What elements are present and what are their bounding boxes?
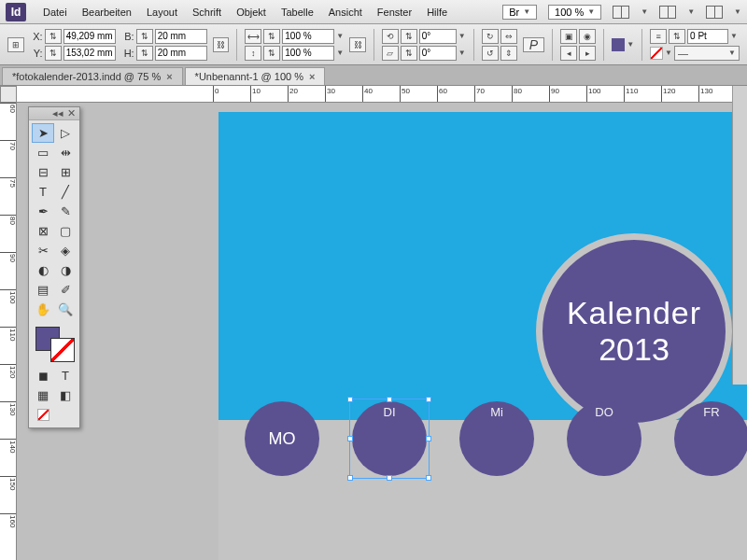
day-circle-do[interactable]: DO xyxy=(567,401,641,476)
control-bar: ⊞ X:⇅ Y:⇅ B:⇅ H:⇅ ⛓ ⟷⇅▼ ↕⇅▼ ⛓ ⟲⇅▼ ▱⇅▼ ↻⇔… xyxy=(0,24,747,65)
canvas[interactable]: Kalender 2013 MODIMiDOFR xyxy=(17,103,747,560)
type-tool[interactable]: T xyxy=(32,182,54,202)
menu-bearbeiten[interactable]: Bearbeiten xyxy=(75,4,139,21)
rotate-ccw-icon[interactable]: ↺ xyxy=(482,46,499,61)
toolbox: ◂◂✕ ➤ ▷ ▭ ⇹ ⊟ ⊞ T ╱ ✒ ✎ ⊠ ▢ ✂ ◈ ◐ ◑ ▤ ✐ … xyxy=(28,106,80,428)
rectangle-tool[interactable]: ▢ xyxy=(54,221,77,241)
panel-dock[interactable] xyxy=(732,86,747,385)
y-field[interactable] xyxy=(63,46,116,61)
toolbox-header[interactable]: ◂◂✕ xyxy=(29,107,79,120)
apply-none-icon[interactable] xyxy=(32,405,54,425)
workspace: 0102030405060708090100110120130140 60707… xyxy=(0,86,747,560)
shear-field[interactable] xyxy=(419,46,457,61)
gradient-feather-tool[interactable]: ◑ xyxy=(54,260,77,280)
apply-gradient-icon[interactable]: ◧ xyxy=(54,385,77,405)
day-circle-mo[interactable]: MO xyxy=(245,401,319,476)
eyedropper-tool[interactable]: ✐ xyxy=(54,280,77,300)
document-tab[interactable]: *Unbenannt-1 @ 100 %× xyxy=(185,67,326,85)
stroke-weight-field[interactable] xyxy=(687,29,728,44)
title-line2: 2013 xyxy=(599,331,669,368)
day-circle-mi[interactable]: Mi xyxy=(459,401,534,476)
page: Kalender 2013 MODIMiDOFR xyxy=(218,112,747,560)
stroke-weight-icon: ≡ xyxy=(650,29,667,44)
line-tool[interactable]: ╱ xyxy=(54,182,77,202)
stepper-icon[interactable]: ⇅ xyxy=(45,46,62,61)
constrain-icon[interactable]: ⛓ xyxy=(213,37,230,52)
stepper-icon[interactable]: ⇅ xyxy=(136,46,153,61)
app-logo: Id xyxy=(6,3,26,21)
apply-text-icon[interactable]: T xyxy=(54,366,77,385)
day-circle-di[interactable]: DI xyxy=(352,401,427,476)
free-transform-tool[interactable]: ◈ xyxy=(54,241,77,260)
menu-tabelle[interactable]: Tabelle xyxy=(274,4,321,21)
stroke-proxy[interactable] xyxy=(50,338,75,362)
select-prev-icon[interactable]: ◂ xyxy=(560,46,577,61)
document-tab[interactable]: *fotokalender-2013.indd @ 75 %× xyxy=(2,67,183,85)
bridge-button[interactable]: Br▼ xyxy=(502,5,537,20)
scale-y-icon: ↕ xyxy=(245,46,261,61)
menu-schrift[interactable]: Schrift xyxy=(185,4,229,21)
flip-v-icon[interactable]: ⇕ xyxy=(500,46,517,61)
direct-selection-tool[interactable]: ▷ xyxy=(54,123,77,143)
menu-layout[interactable]: Layout xyxy=(139,4,185,21)
stroke-swatch[interactable] xyxy=(650,47,663,60)
menu-ansicht[interactable]: Ansicht xyxy=(321,4,370,21)
document-tabs: *fotokalender-2013.indd @ 75 %×*Unbenann… xyxy=(0,65,747,86)
screen-mode-icon[interactable] xyxy=(659,6,676,19)
view-options-icon[interactable] xyxy=(613,6,629,19)
reference-point-icon[interactable]: ⊞ xyxy=(7,37,24,52)
h-field[interactable] xyxy=(155,46,207,61)
hand-tool[interactable]: ✋ xyxy=(32,300,54,319)
apply-color-icon[interactable]: ◼ xyxy=(32,366,54,385)
format-container-icon[interactable]: ▦ xyxy=(32,385,54,405)
pencil-tool[interactable]: ✎ xyxy=(54,202,77,221)
page-tool[interactable]: ▭ xyxy=(32,143,54,162)
scale-x-field[interactable] xyxy=(282,29,334,44)
zoom-tool[interactable]: 🔍 xyxy=(54,300,77,319)
arrange-docs-icon[interactable] xyxy=(706,6,723,19)
ruler-horizontal[interactable]: 0102030405060708090100110120130140 xyxy=(17,86,747,103)
selection-tool[interactable]: ➤ xyxy=(32,123,54,143)
rotate-cw-icon[interactable]: ↻ xyxy=(482,29,499,44)
stepper-icon[interactable]: ⇅ xyxy=(45,29,62,44)
stepper-icon[interactable]: ⇅ xyxy=(136,29,153,44)
fill-stroke-proxy[interactable] xyxy=(32,323,77,362)
rotate-icon: ⟲ xyxy=(382,29,399,44)
day-circle-fr[interactable]: FR xyxy=(674,401,747,476)
x-field[interactable] xyxy=(63,29,116,44)
tab-close-icon[interactable]: × xyxy=(309,71,315,82)
select-container-icon[interactable]: ▣ xyxy=(560,29,577,44)
select-content-icon[interactable]: ◉ xyxy=(579,29,596,44)
clear-transform-icon[interactable]: P xyxy=(523,37,545,52)
rectangle-frame-tool[interactable]: ⊠ xyxy=(32,221,54,241)
content-placer-tool[interactable]: ⊞ xyxy=(54,162,77,182)
menu-hilfe[interactable]: Hilfe xyxy=(419,4,455,21)
content-collector-tool[interactable]: ⊟ xyxy=(32,162,54,182)
shear-icon: ▱ xyxy=(382,46,399,61)
note-tool[interactable]: ▤ xyxy=(32,280,54,300)
gap-tool[interactable]: ⇹ xyxy=(54,143,77,162)
rotate-field[interactable] xyxy=(419,29,457,44)
menubar: Id DateiBearbeitenLayoutSchriftObjektTab… xyxy=(0,0,747,24)
constrain-scale-icon[interactable]: ⛓ xyxy=(349,37,366,52)
select-next-icon[interactable]: ▸ xyxy=(579,46,596,61)
stroke-style[interactable]: —▼ xyxy=(674,46,740,61)
menu-objekt[interactable]: Objekt xyxy=(229,4,274,21)
w-field[interactable] xyxy=(155,29,207,44)
gradient-swatch-tool[interactable]: ◐ xyxy=(32,260,54,280)
scale-y-field[interactable] xyxy=(282,46,334,61)
flip-h-icon[interactable]: ⇔ xyxy=(500,29,517,44)
scissors-tool[interactable]: ✂ xyxy=(32,241,54,260)
title-line1: Kalender xyxy=(567,295,701,331)
ruler-origin[interactable] xyxy=(0,86,17,103)
pen-tool[interactable]: ✒ xyxy=(32,202,54,221)
ruler-vertical[interactable]: 6070758090100110120130140150160 xyxy=(0,103,17,560)
fill-swatch[interactable] xyxy=(612,38,625,51)
tab-close-icon[interactable]: × xyxy=(166,71,172,82)
menu-datei[interactable]: Datei xyxy=(35,4,75,21)
scale-x-icon: ⟷ xyxy=(245,29,261,44)
menu-fenster[interactable]: Fenster xyxy=(370,4,419,21)
title-circle[interactable]: Kalender 2013 xyxy=(536,233,732,429)
zoom-level[interactable]: 100 %▼ xyxy=(548,5,601,20)
